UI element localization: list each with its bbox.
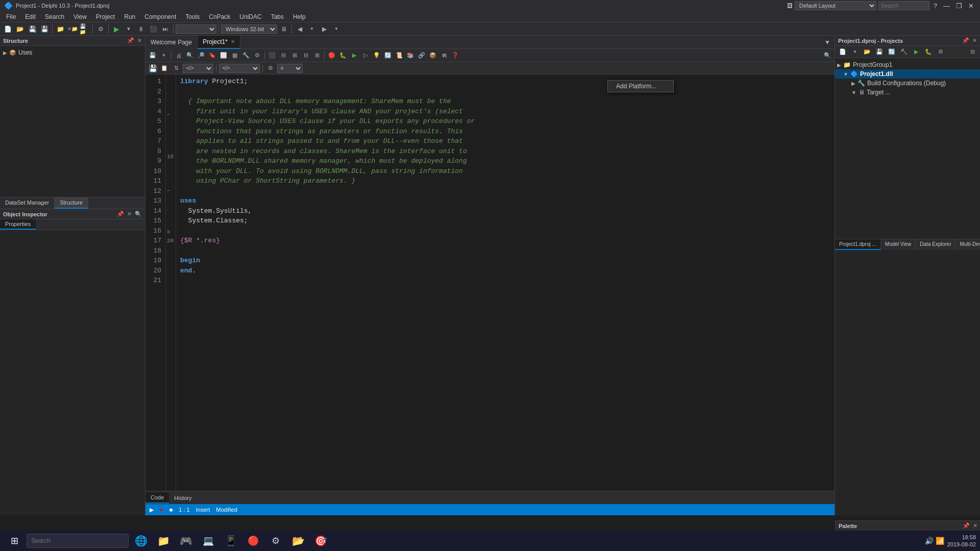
et-stop-b[interactable]: ⬛: [267, 51, 277, 61]
et2-sort[interactable]: ⇅: [171, 63, 181, 73]
et-code-insight[interactable]: 💡: [372, 51, 382, 61]
tabs-dropdown-btn[interactable]: ▼: [820, 39, 835, 46]
taskbar-app-4[interactable]: 💻: [199, 532, 217, 550]
taskbar-app-7[interactable]: ⚙: [266, 532, 285, 550]
taskbar-app-3[interactable]: 🎮: [177, 532, 195, 550]
tab-structure[interactable]: Structure: [55, 197, 88, 209]
et-save-all[interactable]: 💾: [148, 51, 158, 61]
pt-item-projectgroup1[interactable]: ▶ 📁 ProjectGroup1: [835, 60, 980, 69]
tab-project1-close[interactable]: ✕: [231, 39, 235, 44]
save-btn[interactable]: 💾▼: [27, 23, 38, 35]
rp-tab-project1dproj[interactable]: Project1.dproj ...: [835, 239, 881, 250]
tree-item-uses[interactable]: ▶ 📦 Uses: [3, 48, 142, 57]
et-save-dropdown[interactable]: ▼: [159, 51, 169, 61]
open-btn[interactable]: 📂: [14, 23, 26, 35]
et2-opts[interactable]: ⚙: [265, 63, 276, 73]
menu-edit[interactable]: Edit: [21, 12, 40, 21]
taskbar-app-5[interactable]: 📱: [222, 532, 240, 550]
close-btn[interactable]: ✕: [966, 2, 976, 10]
platform-icon[interactable]: 🖥: [278, 23, 289, 35]
et-debug1[interactable]: 🔴: [327, 51, 337, 61]
pt-item-build-configs[interactable]: ▶ 🔧 Build Configurations (Debug): [835, 79, 980, 88]
pause-btn[interactable]: ⏸: [135, 23, 146, 35]
et-tool4[interactable]: ⚙: [252, 51, 262, 61]
oi-close-btn[interactable]: ✕: [127, 211, 132, 217]
tab-history[interactable]: History: [169, 493, 197, 503]
menu-unidac[interactable]: UniDAC: [235, 12, 265, 21]
menu-file[interactable]: File: [2, 12, 20, 21]
rp-tab-model-view[interactable]: Model View: [881, 239, 916, 250]
et-help[interactable]: ❓: [450, 51, 460, 61]
menu-search[interactable]: Search: [41, 12, 68, 21]
et-fold2[interactable]: ⊞: [289, 51, 300, 61]
projects-tb-debug[interactable]: 🐛: [923, 46, 934, 58]
menu-project[interactable]: Project: [92, 12, 119, 21]
start-button[interactable]: ⊞: [4, 531, 24, 551]
et-run3[interactable]: ▷: [360, 51, 371, 61]
rp-tab-data-explorer[interactable]: Data Explorer: [916, 239, 955, 250]
palette-pin-btn[interactable]: 📌: [963, 522, 970, 529]
et2-save[interactable]: 💾: [148, 63, 158, 73]
et-debug2[interactable]: 🐛: [338, 51, 348, 61]
et-fold3[interactable]: ⊟: [301, 51, 311, 61]
et-tool5[interactable]: 🛠: [439, 51, 449, 61]
new-btn[interactable]: 📄: [2, 23, 13, 35]
taskbar-app-2[interactable]: 📁: [154, 532, 173, 550]
menu-tabs[interactable]: Tabs: [267, 12, 288, 21]
cm-add-platform[interactable]: Add Platform...: [608, 81, 673, 92]
et-history[interactable]: 📜: [394, 51, 404, 61]
et-fold1[interactable]: ⊟: [278, 51, 288, 61]
palette-close-btn[interactable]: ✕: [973, 522, 977, 529]
et-search-bar[interactable]: 🔍: [822, 51, 832, 61]
navigate-fwd-btn[interactable]: ▶: [318, 23, 330, 35]
projects-tb-save[interactable]: 💾: [874, 46, 885, 58]
oi-tab-properties[interactable]: Properties: [0, 219, 36, 230]
taskbar-app-6[interactable]: 🔴: [244, 532, 262, 550]
close-project-btn[interactable]: ✕📁: [67, 23, 78, 35]
layout-selector[interactable]: Default Layout: [795, 1, 876, 10]
projects-tb-collapse[interactable]: ⊟: [967, 46, 978, 58]
help-btn[interactable]: ?: [932, 2, 939, 10]
save-project-btn[interactable]: 💾📁: [79, 23, 90, 35]
taskbar-search[interactable]: [27, 534, 129, 548]
et-link[interactable]: 🔗: [416, 51, 427, 61]
structure-pin-btn[interactable]: 📌: [127, 37, 134, 44]
menu-help[interactable]: Help: [289, 12, 310, 21]
tab-code[interactable]: Code: [145, 492, 169, 504]
menu-run[interactable]: Run: [120, 12, 139, 21]
et-run2[interactable]: ▶: [349, 51, 359, 61]
projects-tb-options[interactable]: ⚙: [935, 46, 946, 58]
run-config-select[interactable]: [176, 24, 216, 34]
oi-pin-btn[interactable]: 📌: [117, 211, 124, 217]
et-bookmark[interactable]: 🔖: [207, 51, 217, 61]
navigate-back-dropdown[interactable]: ▼: [306, 23, 317, 35]
run-dropdown[interactable]: ▼: [123, 23, 134, 35]
oi-search-btn[interactable]: 🔍: [135, 211, 142, 217]
restore-btn[interactable]: ❐: [954, 2, 964, 10]
et-toggle2[interactable]: ▦: [230, 51, 240, 61]
projects-tb-new[interactable]: 📄: [837, 46, 848, 58]
et-toggle1[interactable]: ⬜: [218, 51, 229, 61]
projects-tb-run[interactable]: ▶: [911, 46, 922, 58]
stop-btn[interactable]: ⬛: [148, 23, 159, 35]
projects-tb-build[interactable]: 🔨: [898, 46, 910, 58]
et-find[interactable]: 🔍: [185, 51, 195, 61]
pt-item-project1dll[interactable]: ▼ 🔷 Project1.dll: [835, 69, 980, 79]
et-fold4[interactable]: ⊞: [312, 51, 322, 61]
taskbar-app-1[interactable]: 🌐: [132, 532, 150, 550]
step-over-btn[interactable]: ⏭: [160, 23, 171, 35]
et2-class-select[interactable]: </>: [219, 64, 260, 73]
tab-welcome-page[interactable]: Welcome Page: [145, 36, 198, 49]
taskbar-app-8[interactable]: 📂: [289, 532, 307, 550]
projects-tb-refresh[interactable]: 🔄: [886, 46, 897, 58]
menu-tools[interactable]: Tools: [181, 12, 204, 21]
menu-cnpack[interactable]: CnPack: [205, 12, 234, 21]
et-cnpack[interactable]: 📦: [428, 51, 438, 61]
navigate-fwd-dropdown[interactable]: ▼: [331, 23, 342, 35]
et2-nav[interactable]: 📋: [159, 63, 169, 73]
tab-dataset-manager[interactable]: DataSet Manager: [0, 197, 55, 209]
open-project-btn[interactable]: 📁: [55, 23, 66, 35]
taskbar-app-9[interactable]: 🎯: [311, 532, 330, 550]
et-print[interactable]: 🖨: [174, 51, 184, 61]
et-refactor[interactable]: 🔄: [383, 51, 393, 61]
